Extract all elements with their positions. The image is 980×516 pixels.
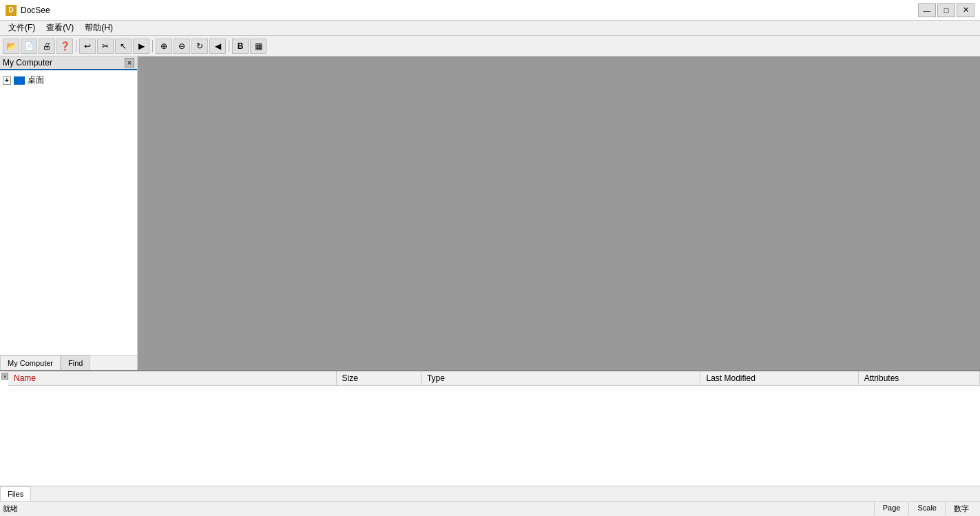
col-header-modified[interactable]: Last Modified [700, 371, 858, 386]
preview-area [138, 56, 980, 370]
toolbar-separator-1 [76, 40, 76, 52]
status-text: 就绪 [3, 504, 874, 514]
back-button[interactable]: ↖ [115, 39, 132, 54]
main-area: My Computer × + 桌面 My Computer Find × [0, 56, 980, 501]
app-icon: D [6, 5, 17, 16]
sidebar-close-button[interactable]: × [125, 58, 134, 68]
open-button[interactable]: 📂 [3, 39, 19, 54]
rotate-cw-button[interactable]: ↻ [191, 39, 208, 54]
table-header-row: Name Size Type Last Modified Attributes [8, 371, 980, 386]
app-title: DocSee [21, 6, 50, 15]
print-button[interactable]: 🖨 [39, 39, 55, 54]
toolbar-separator-2 [152, 40, 153, 52]
toolbar: 📂 📄 🖨 ❓ ↩ ✂ ↖ ▶ ⊕ ⊖ ↻ ◀ B ▦ [0, 36, 980, 56]
sidebar-tab-find[interactable]: Find [61, 355, 90, 370]
menu-file[interactable]: 文件(F) [3, 21, 41, 35]
new-button[interactable]: 📄 [21, 39, 37, 54]
bottom-panel-close-button[interactable]: × [1, 373, 8, 380]
zoom-out-button[interactable]: ⊖ [174, 39, 190, 54]
table-header: Name Size Type Last Modified Attributes [8, 371, 980, 386]
sidebar-title: My Computer [3, 58, 52, 68]
status-scale: Scale [908, 502, 945, 515]
col-header-name[interactable]: Name [8, 371, 336, 386]
sidebar-panel: My Computer × + 桌面 My Computer Find [0, 56, 138, 370]
file-table: Name Size Type Last Modified Attributes [8, 371, 980, 386]
folder-icon [14, 76, 25, 85]
title-left: D DocSee [6, 5, 50, 16]
bottom-tab-files[interactable]: Files [0, 486, 31, 501]
top-split: My Computer × + 桌面 My Computer Find [0, 56, 980, 370]
col-header-attributes[interactable]: Attributes [858, 371, 979, 386]
sidebar-content[interactable]: + 桌面 [0, 70, 137, 355]
menu-view[interactable]: 查看(V) [41, 21, 79, 35]
title-bar: D DocSee — □ ✕ [0, 0, 980, 21]
grid-button[interactable]: ▦ [250, 39, 267, 54]
minimize-button[interactable]: — [918, 3, 936, 17]
file-list-table[interactable]: Name Size Type Last Modified Attributes [8, 371, 980, 486]
tree-label-desktop: 桌面 [28, 74, 44, 86]
sidebar-header: My Computer × [0, 56, 137, 70]
cut-button[interactable]: ✂ [97, 39, 114, 54]
help-button[interactable]: ❓ [56, 39, 73, 54]
undo-button[interactable]: ↩ [79, 39, 96, 54]
forward-button[interactable]: ▶ [133, 39, 149, 54]
status-right: Page Scale 数字 [874, 502, 977, 515]
col-header-size[interactable]: Size [336, 371, 421, 386]
maximize-button[interactable]: □ [937, 3, 955, 17]
status-numlock: 数字 [945, 502, 977, 515]
toolbar-separator-3 [229, 40, 229, 52]
menu-help[interactable]: 帮助(H) [79, 21, 118, 35]
status-page: Page [874, 502, 909, 515]
sidebar-tab-mycomputer[interactable]: My Computer [0, 355, 61, 370]
zoom-in-button[interactable]: ⊕ [156, 39, 172, 54]
menu-bar: 文件(F) 查看(V) 帮助(H) [0, 21, 980, 36]
col-header-type[interactable]: Type [421, 371, 700, 386]
app-icon-text: D [8, 6, 13, 14]
bottom-panel: × Name Size Type Last Modified Attribute… [0, 370, 980, 501]
status-bar: 就绪 Page Scale 数字 [0, 501, 980, 516]
bottom-tabs: Files [0, 486, 980, 501]
title-controls: — □ ✕ [918, 3, 974, 17]
tree-expand-icon[interactable]: + [3, 76, 11, 85]
sidebar-tabs: My Computer Find [0, 355, 137, 370]
tree-item-desktop[interactable]: + 桌面 [3, 73, 134, 87]
prev-page-button[interactable]: ◀ [209, 39, 226, 54]
window-close-button[interactable]: ✕ [957, 3, 974, 17]
bold-button[interactable]: B [232, 39, 249, 54]
